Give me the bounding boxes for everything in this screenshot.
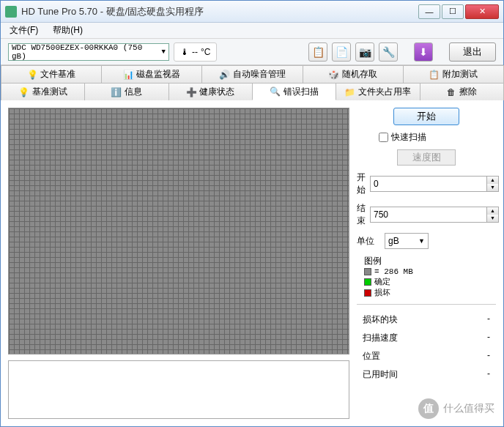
copy-info-button[interactable]: 📄 <box>332 42 351 62</box>
plus-icon: ➕ <box>186 87 196 97</box>
start-button[interactable]: 开始 <box>393 108 459 125</box>
legend-title: 图例 <box>364 255 496 267</box>
start-input[interactable]: ▲▼ <box>370 176 499 192</box>
exit-button[interactable]: 退出 <box>449 42 496 62</box>
tab-health[interactable]: ➕健康状态 <box>168 83 253 100</box>
legend-size: = 286 MB <box>374 267 413 276</box>
tab-disk-monitor[interactable]: 📊磁盘监视器 <box>101 65 202 83</box>
temp-unit: °C <box>201 47 210 57</box>
spin-up-icon[interactable]: ▲ <box>486 177 498 184</box>
chart-icon: 📊 <box>123 70 133 80</box>
stat-elapsed-label: 已用时间 <box>363 368 398 381</box>
maximize-button[interactable]: ☐ <box>442 4 464 19</box>
speaker-icon: 🔊 <box>220 70 230 80</box>
stat-speed-label: 扫描速度 <box>363 332 398 344</box>
stat-position-label: 位置 <box>363 350 380 363</box>
speed-map-button: 速度图 <box>397 149 456 166</box>
download-icon: ⬇ <box>419 46 428 58</box>
end-label: 结束 <box>357 202 366 227</box>
tabs-row-1: 💡文件基准 📊磁盘监视器 🔊自动噪音管理 🎲随机存取 📋附加测试 <box>1 65 503 83</box>
menu-help[interactable]: 帮助(H) <box>48 23 87 38</box>
end-input[interactable]: ▲▼ <box>370 207 499 223</box>
bulb-icon: 💡 <box>27 70 37 80</box>
trash-icon: 🗑 <box>446 87 456 97</box>
unit-select[interactable]: gB ▼ <box>385 233 429 249</box>
thermometer-icon: 🌡 <box>180 47 189 57</box>
tab-erase[interactable]: 🗑擦除 <box>420 83 504 100</box>
titlebar: HD Tune Pro 5.70 - 硬盘/固态硬盘实用程序 — ☐ ✕ <box>1 1 503 23</box>
save-button[interactable]: ⬇ <box>414 42 433 62</box>
app-icon <box>5 6 17 18</box>
tab-extra-tests[interactable]: 📋附加测试 <box>403 65 504 83</box>
camera-icon: 📷 <box>359 46 371 58</box>
tab-folder-usage[interactable]: 📁文件夹占用率 <box>336 83 420 100</box>
start-value[interactable] <box>371 179 486 189</box>
temp-value: -- <box>192 47 198 57</box>
unit-label: 单位 <box>357 235 380 248</box>
stat-elapsed-value: - <box>487 368 490 381</box>
stat-position-value: - <box>487 350 490 363</box>
magnifier-icon: 🔍 <box>270 86 281 97</box>
unit-value: gB <box>388 236 399 246</box>
spin-down-icon[interactable]: ▼ <box>486 184 498 191</box>
log-box <box>8 360 349 419</box>
stat-damaged-label: 损坏的块 <box>363 313 398 326</box>
tab-aam[interactable]: 🔊自动噪音管理 <box>201 65 303 83</box>
close-button[interactable]: ✕ <box>465 4 499 19</box>
bulb-icon: 💡 <box>19 87 29 97</box>
tab-file-benchmark[interactable]: 💡文件基准 <box>1 65 102 83</box>
window-title: HD Tune Pro 5.70 - 硬盘/固态硬盘实用程序 <box>21 5 418 18</box>
dropdown-arrow-icon: ▼ <box>418 237 425 245</box>
drive-select[interactable]: WDC WD7500EZEX-00RKKA0 (750 gB) ▼ <box>8 43 169 61</box>
legend-block-icon <box>364 268 371 275</box>
menu-file[interactable]: 文件(F) <box>5 23 42 38</box>
legend-bad: 损坏 <box>374 287 390 298</box>
quick-scan-checkbox[interactable] <box>379 133 388 142</box>
temperature-display: 🌡 -- °C <box>174 42 217 62</box>
tab-random-access[interactable]: 🎲随机存取 <box>303 65 404 83</box>
legend-ok-icon <box>364 278 371 286</box>
copy-text-icon: 📄 <box>336 46 348 58</box>
folder-icon: 📁 <box>345 87 355 97</box>
quick-scan-label: 快速扫描 <box>391 131 426 144</box>
spin-down-icon[interactable]: ▼ <box>486 215 498 222</box>
legend-ok: 确定 <box>374 276 390 287</box>
dice-icon: 🎲 <box>329 70 339 80</box>
toolbar: WDC WD7500EZEX-00RKKA0 (750 gB) ▼ 🌡 -- °… <box>1 39 503 65</box>
tab-error-scan[interactable]: 🔍错误扫描 <box>252 83 336 100</box>
dropdown-arrow-icon: ▼ <box>162 48 166 56</box>
scan-grid <box>8 108 349 354</box>
screenshot-button[interactable]: 📷 <box>355 42 374 62</box>
copy-button[interactable]: 📋 <box>308 42 327 62</box>
start-label: 开始 <box>357 171 366 196</box>
wrench-icon: 🔧 <box>382 46 395 58</box>
end-value[interactable] <box>371 209 486 220</box>
tab-info[interactable]: ℹ️信息 <box>84 83 168 100</box>
legend-bad-icon <box>364 289 371 297</box>
drive-label: WDC WD7500EZEX-00RKKA0 (750 gB) <box>12 43 162 61</box>
copy-icon: 📋 <box>312 46 325 58</box>
tab-benchmark[interactable]: 💡基准测试 <box>1 83 85 100</box>
info-icon: ℹ️ <box>111 87 122 97</box>
tabs-row-2: 💡基准测试 ℹ️信息 ➕健康状态 🔍错误扫描 📁文件夹占用率 🗑擦除 <box>1 83 503 100</box>
minimize-button[interactable]: — <box>418 4 440 19</box>
stat-speed-value: - <box>487 332 490 344</box>
spin-up-icon[interactable]: ▲ <box>486 207 498 215</box>
stat-damaged-value: - <box>487 313 490 326</box>
settings-button[interactable]: 🔧 <box>379 42 398 62</box>
clipboard-icon: 📋 <box>429 70 440 80</box>
menubar: 文件(F) 帮助(H) <box>1 23 503 39</box>
